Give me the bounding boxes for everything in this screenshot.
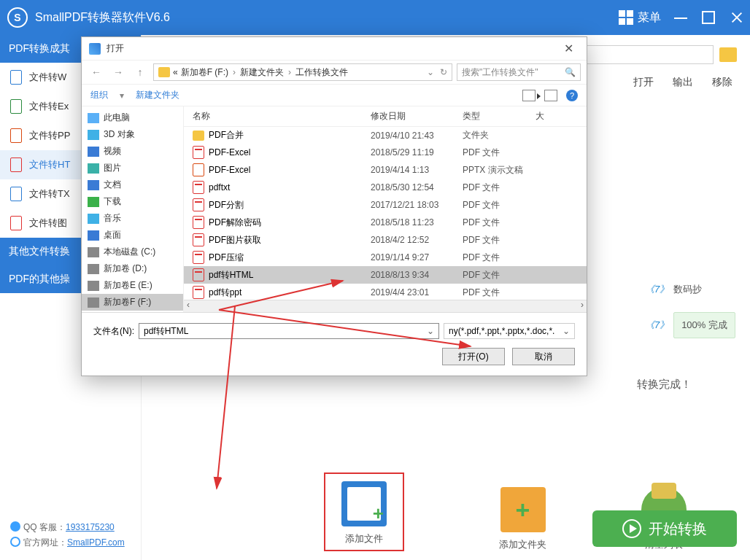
file-row[interactable]: PDF合并2019/4/10 21:43文件夹 [184,127,587,144]
ppt-icon [193,163,204,176]
tree-node[interactable]: 本地磁盘 (C:) [82,244,183,260]
tree-node[interactable]: 视频 [82,143,183,160]
drv-icon [88,281,99,291]
col-size[interactable]: 大 [536,110,587,122]
add-folder-button[interactable]: 添加文件夹 [499,487,546,551]
col-type[interactable]: 类型 [463,110,536,122]
browse-folder-icon[interactable] [719,47,737,62]
file-list: 名称 修改日期 类型 大 PDF合并2019/4/10 21:43文件夹PDF-… [184,106,587,312]
menu-button[interactable]: 菜单 [619,10,661,26]
output-action[interactable]: 输出 [673,76,693,89]
tree-node[interactable]: 此电脑 [82,109,183,126]
pdf-icon [193,233,204,246]
file-row[interactable]: pdf转HTML2018/8/13 9:34PDF 文件 [184,266,587,284]
nav-back-button[interactable]: ← [88,63,105,81]
breadcrumb[interactable]: « 新加卷F (F:)› 新建文件夹› 工作转换文件 ⌄↻ [153,63,452,81]
col-date[interactable]: 修改日期 [371,110,463,122]
ppt-icon [10,128,22,143]
doc-icon [88,180,99,190]
pdf-icon [193,198,204,211]
nav-up-button[interactable]: ↑ [131,63,149,81]
pc-icon [88,113,99,123]
menu-grid-icon [619,10,633,25]
mus-icon [88,214,99,224]
minimize-button[interactable] [674,11,687,24]
vid-icon [88,147,99,157]
maximize-button[interactable] [702,11,715,24]
new-folder-button[interactable]: 新建文件夹 [136,89,179,101]
titlebar: S SmallPDF转换器软件V6.6 菜单 [0,0,750,35]
file-row[interactable]: pdftxt2018/5/30 12:54PDF 文件 [184,179,587,196]
tree-node[interactable]: 音乐 [82,210,183,227]
folder-tree[interactable]: 此电脑3D 对象视频图片文档下载音乐桌面本地磁盘 (C:)新加卷 (D:)新加卷… [82,106,184,312]
file-rows[interactable]: PDF合并2019/4/10 21:43文件夹PDF-Excel2018/5/2… [184,127,587,300]
add-folder-icon [500,487,546,532]
tree-node[interactable]: 下载 [82,193,183,210]
pdf-icon [193,268,204,281]
add-file-button[interactable]: 添加文件 [324,472,404,551]
tree-node[interactable]: 文档 [82,176,183,193]
tree-node[interactable]: 桌面 [82,227,183,244]
menu-label: 菜单 [638,10,661,26]
dialog-nav: ← → ↑ « 新加卷F (F:)› 新建文件夹› 工作转换文件 ⌄↻ 搜索"工… [82,60,587,85]
dialog-footer: 文件名(N): pdf转HTML ny(*.pdf,*.ppt,*.pptx,*… [82,313,587,376]
window-controls [674,11,743,24]
open-button[interactable]: 打开(O) [442,348,505,365]
qq-link[interactable]: 1933175230 [66,522,115,532]
txt-icon [10,187,22,201]
file-row[interactable]: PDF压缩2019/1/14 9:27PDF 文件 [184,249,587,266]
start-convert-button[interactable]: 开始转换 [592,510,737,547]
file-row[interactable]: pdf转ppt2019/4/4 23:01PDF 文件 [184,284,587,300]
file-row[interactable]: PDF图片获取2018/4/2 12:52PDF 文件 [184,231,587,249]
search-input[interactable]: 搜索"工作转换文件" 🔍 [457,63,581,81]
site-link[interactable]: SmallPDF.com [67,537,125,548]
support-info: QQ 客服：1933175230 官方网址：SmallPDF.com [0,511,141,560]
help-button[interactable]: ? [566,90,578,101]
tree-node[interactable]: 新加卷E (E:) [82,277,183,294]
tree-node[interactable]: 新加卷 (D:) [82,260,183,277]
col-name[interactable]: 名称 [184,110,371,122]
desk-icon [88,230,99,241]
file-row[interactable]: PDF分割2017/12/21 18:03PDF 文件 [184,196,587,214]
html-icon [10,158,22,172]
folder-icon [158,67,170,77]
pdf-icon [193,286,204,299]
file-row[interactable]: PDF解除密码2018/5/18 11:23PDF 文件 [184,214,587,231]
qq-icon [10,521,20,532]
cancel-button[interactable]: 取消 [512,348,575,365]
close-button[interactable] [730,11,743,24]
tree-node[interactable]: 图片 [82,160,183,176]
search-icon: 🔍 [565,67,576,77]
status-item: 《7》数码抄 [645,283,735,296]
nav-forward-button[interactable]: → [109,63,127,81]
file-row[interactable]: PDF-Excel2018/5/29 11:19PDF 文件 [184,144,587,161]
dialog-close-button[interactable]: ✕ [557,42,579,55]
column-headers[interactable]: 名称 修改日期 类型 大 [184,106,587,127]
status-item: 《7》100% 完成 [645,312,735,338]
add-file-icon [341,481,387,526]
preview-pane-button[interactable] [544,90,557,101]
tree-node[interactable]: 3D 对象 [82,126,183,143]
dialog-title: 打开 [107,42,557,55]
tree-node[interactable]: 新加卷F (F:) [82,294,183,311]
open-action[interactable]: 打开 [633,76,654,89]
file-type-filter[interactable]: ny(*.pdf,*.ppt,*.pptx,*.doc,*. [444,323,575,339]
organize-button[interactable]: 组织 [90,89,108,101]
word-icon [10,70,22,85]
browser-icon [10,537,20,547]
remove-action[interactable]: 移除 [712,76,732,89]
pdf-icon [193,251,204,264]
pdf-icon [193,216,204,229]
drv-icon [88,247,99,257]
pdf-icon [193,146,204,159]
file-row[interactable]: PDF-Excel2019/4/14 1:13PPTX 演示文稿 [184,161,587,179]
view-mode-button[interactable] [522,90,536,101]
d3-icon [88,130,99,140]
filename-input[interactable]: pdf转HTML [139,323,439,339]
drv-icon [88,264,99,274]
img-icon [88,163,99,174]
status-list: 《7》数码抄 《7》100% 完成 [645,283,735,338]
horizontal-scrollbar[interactable] [184,300,587,312]
app-logo-icon: S [7,7,28,28]
search-placeholder: 搜索"工作转换文件" [462,66,538,79]
